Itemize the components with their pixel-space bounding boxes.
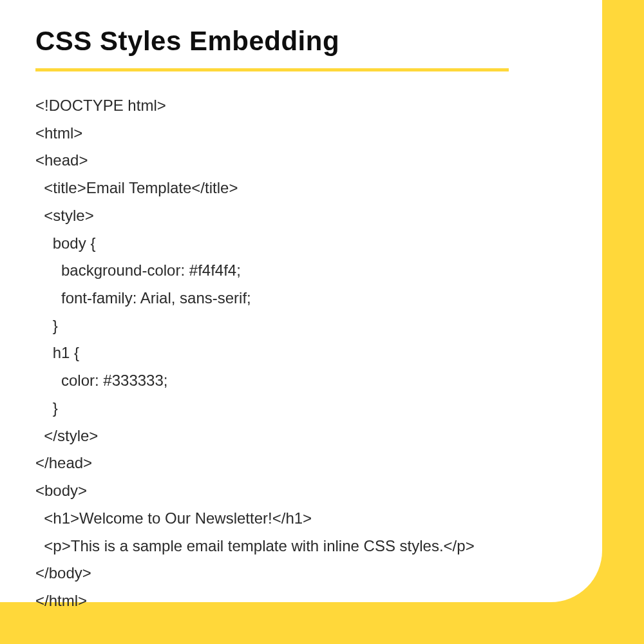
code-block: <!DOCTYPE html> <html> <head> <title>Ema… (35, 92, 567, 615)
page-title: CSS Styles Embedding (35, 26, 567, 57)
title-underline (35, 68, 509, 71)
content-container: CSS Styles Embedding <!DOCTYPE html> <ht… (0, 0, 602, 641)
